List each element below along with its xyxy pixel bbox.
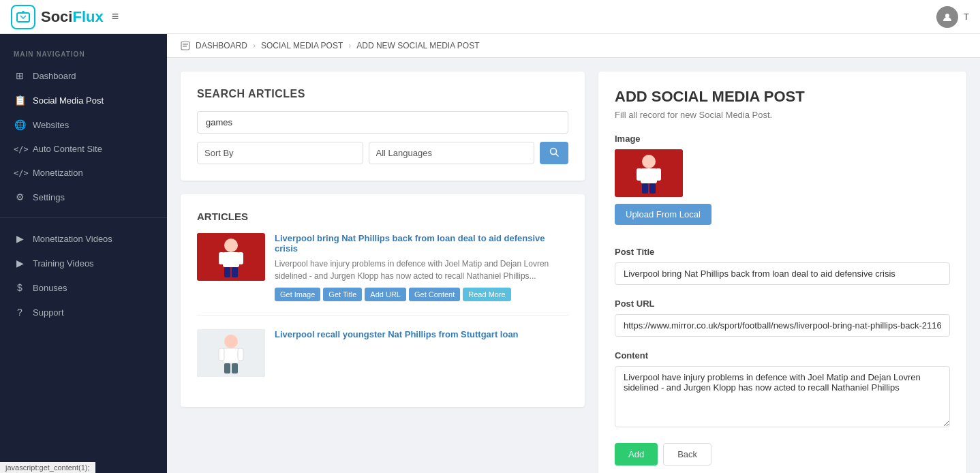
sidebar-label-websites: Websites	[33, 120, 69, 130]
read-more-btn-1[interactable]: Read More	[463, 288, 510, 301]
get-image-btn-1[interactable]: Get Image	[275, 288, 320, 301]
article-body-1: Liverpool bring Nat Phillips back from l…	[275, 233, 568, 301]
breadcrumb-social-media-post[interactable]: SOCIAL MEDIA POST	[261, 41, 343, 50]
hamburger-button[interactable]: ≡	[112, 10, 119, 24]
sidebar-item-dashboard[interactable]: ⊞ Dashboard	[0, 63, 167, 88]
svg-point-1	[22, 11, 25, 14]
sidebar-item-training-videos[interactable]: ▶ Training Videos	[0, 251, 167, 275]
sort-by-select[interactable]: Sort By Newest Oldest Popular	[197, 142, 363, 164]
svg-rect-17	[223, 348, 239, 363]
svg-rect-11	[219, 252, 224, 264]
sidebar-label-monetization-videos: Monetization Videos	[33, 234, 112, 244]
article-body-2: Liverpool recall youngster Nat Phillips …	[275, 329, 568, 377]
articles-card: ARTICLES	[181, 194, 585, 407]
nav-label: MAIN NAVIGATION	[0, 40, 167, 63]
svg-rect-27	[642, 183, 648, 194]
svg-point-23	[642, 155, 656, 168]
logo-icon	[11, 5, 35, 29]
get-content-btn-1[interactable]: Get Content	[409, 288, 460, 301]
sidebar-item-monetization[interactable]: </> Monetization	[0, 161, 167, 185]
svg-rect-28	[649, 183, 656, 194]
article-excerpt-1: Liverpool have injury problems in defenc…	[275, 258, 568, 282]
svg-rect-4	[183, 44, 188, 45]
sidebar: MAIN NAVIGATION ⊞ Dashboard 📋 Social Med…	[0, 34, 167, 473]
svg-rect-13	[224, 267, 230, 277]
search-articles-card: SEARCH ARTICLES Sort By Newest Oldest Po…	[181, 72, 585, 181]
sidebar-item-support[interactable]: ? Support	[0, 300, 167, 324]
svg-rect-12	[238, 252, 243, 264]
svg-rect-25	[637, 168, 642, 181]
sidebar-label-dashboard: Dashboard	[33, 71, 76, 81]
language-select[interactable]: All Languages English Spanish French	[369, 142, 535, 164]
websites-icon: 🌐	[14, 119, 26, 130]
sidebar-label-monetization: Monetization	[33, 168, 83, 178]
sidebar-item-settings[interactable]: ⚙ Settings	[0, 185, 167, 209]
logo: SociFlux	[11, 5, 104, 29]
sidebar-label-support: Support	[33, 307, 64, 318]
logo-soci: Soci	[41, 8, 72, 25]
back-button[interactable]: Back	[663, 443, 711, 466]
post-url-input[interactable]	[615, 314, 950, 337]
support-icon: ?	[14, 307, 26, 318]
article-item: Liverpool recall youngster Nat Phillips …	[197, 329, 568, 391]
articles-title: ARTICLES	[197, 211, 568, 222]
svg-point-16	[224, 335, 238, 348]
bonuses-icon: $	[14, 282, 26, 293]
post-title-input[interactable]	[615, 262, 950, 285]
article-item: Liverpool bring Nat Phillips back from l…	[197, 233, 568, 316]
sidebar-item-bonuses[interactable]: $ Bonuses	[0, 275, 167, 300]
breadcrumb-dashboard[interactable]: DASHBOARD	[196, 41, 247, 50]
post-image-preview	[615, 149, 683, 197]
add-post-title: ADD SOCIAL MEDIA POST	[615, 88, 950, 106]
post-title-label: Post Title	[615, 247, 950, 257]
add-post-subtitle: Fill all record for new Social Media Pos…	[615, 110, 950, 120]
post-url-label: Post URL	[615, 299, 950, 309]
sidebar-item-social-media-post[interactable]: 📋 Social Media Post	[0, 88, 167, 112]
sidebar-label-social-media-post: Social Media Post	[33, 95, 104, 106]
logo-flux: Flux	[72, 8, 103, 25]
article-title-1[interactable]: Liverpool bring Nat Phillips back from l…	[275, 233, 568, 254]
article-title-2[interactable]: Liverpool recall youngster Nat Phillips …	[275, 329, 568, 339]
dashboard-icon: ⊞	[14, 70, 26, 81]
content-area: DASHBOARD › SOCIAL MEDIA POST › ADD NEW …	[167, 34, 980, 473]
add-button[interactable]: Add	[615, 443, 658, 466]
sidebar-item-monetization-videos[interactable]: ▶ Monetization Videos	[0, 226, 167, 251]
breadcrumb-icon	[181, 41, 190, 50]
content-textarea[interactable]: Liverpool have injury problems in defenc…	[615, 366, 950, 427]
image-label: Image	[615, 134, 950, 144]
search-icon	[549, 147, 559, 157]
sidebar-label-settings: Settings	[33, 192, 65, 202]
auto-content-icon: </>	[14, 144, 26, 154]
svg-rect-14	[232, 267, 238, 277]
svg-rect-24	[641, 168, 657, 183]
sidebar-label-auto-content: Auto Content Site	[33, 144, 102, 154]
monetization-icon: </>	[14, 168, 26, 178]
svg-point-9	[224, 239, 238, 252]
svg-rect-0	[17, 13, 29, 22]
breadcrumb: DASHBOARD › SOCIAL MEDIA POST › ADD NEW …	[167, 34, 980, 58]
sidebar-item-auto-content[interactable]: </> Auto Content Site	[0, 137, 167, 161]
status-bar-text: javascript:get_content(1);	[5, 463, 90, 472]
status-bar: javascript:get_content(1);	[0, 462, 95, 473]
username-label: T	[964, 12, 969, 22]
search-input[interactable]	[197, 111, 568, 134]
add-url-btn-1[interactable]: Add URL	[365, 288, 406, 301]
settings-icon: ⚙	[14, 192, 26, 202]
search-button[interactable]	[540, 142, 568, 164]
form-actions: Add Back	[615, 443, 950, 466]
svg-rect-20	[224, 363, 230, 373]
svg-line-7	[556, 154, 559, 157]
article-actions-1: Get Image Get Title Add URL Get Content …	[275, 288, 568, 301]
svg-rect-5	[183, 46, 187, 47]
upload-from-local-button[interactable]: Upload From Local	[615, 204, 711, 225]
search-articles-title: SEARCH ARTICLES	[197, 88, 568, 100]
article-thumbnail-2	[197, 329, 265, 377]
get-title-btn-1[interactable]: Get Title	[323, 288, 362, 301]
user-avatar[interactable]	[936, 6, 958, 28]
add-post-card: ADD SOCIAL MEDIA POST Fill all record fo…	[598, 72, 966, 473]
svg-rect-19	[238, 348, 243, 361]
svg-rect-10	[223, 252, 239, 267]
social-media-post-icon: 📋	[14, 95, 26, 106]
sidebar-item-websites[interactable]: 🌐 Websites	[0, 112, 167, 137]
article-thumbnail-1	[197, 233, 265, 281]
